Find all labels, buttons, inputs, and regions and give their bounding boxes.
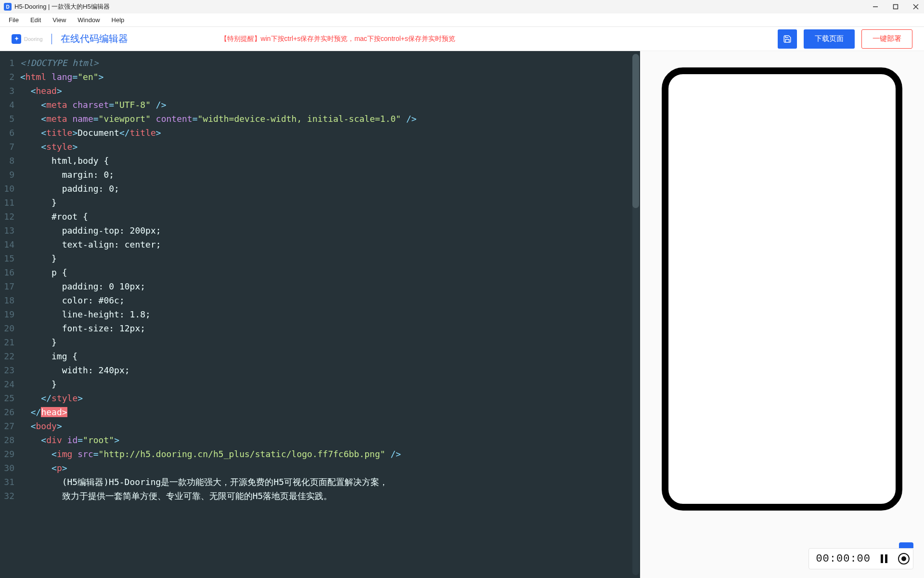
logo-icon: ✦: [12, 34, 21, 44]
maximize-button[interactable]: [891, 2, 900, 11]
floating-tab[interactable]: [899, 542, 913, 548]
download-button[interactable]: 下载页面: [804, 29, 855, 49]
deploy-button[interactable]: 一键部署: [861, 29, 912, 49]
phone-frame: [662, 67, 902, 511]
menu-help[interactable]: Help: [107, 14, 129, 26]
close-button[interactable]: [911, 2, 920, 11]
menu-window[interactable]: Window: [73, 14, 104, 26]
menu-file[interactable]: File: [4, 14, 24, 26]
pause-button[interactable]: [878, 553, 890, 565]
line-gutter: 1 2 3 4 5 6 7 8 9 10 11 12 13 14 15 16 1…: [0, 51, 18, 503]
menu-view[interactable]: View: [48, 14, 71, 26]
code-editor[interactable]: 1 2 3 4 5 6 7 8 9 10 11 12 13 14 15 16 1…: [0, 51, 640, 578]
page-title: 在线代码编辑器: [61, 32, 128, 45]
scrollbar-thumb[interactable]: [632, 54, 639, 208]
svg-rect-5: [885, 554, 887, 563]
save-hint: 【特别提醒】win下按ctrl+s保存并实时预览，mac下按control+s保…: [220, 35, 456, 43]
svg-point-7: [901, 556, 906, 561]
minimize-button[interactable]: [871, 2, 880, 11]
logo: ✦ Dooring: [12, 34, 43, 44]
code-content[interactable]: <!DOCTYPE html> <html lang="en"> <head> …: [18, 51, 640, 503]
window-title: H5-Dooring | 一款强大的H5编辑器: [14, 2, 110, 11]
logo-text: Dooring: [24, 36, 43, 42]
svg-rect-4: [881, 554, 883, 563]
stop-record-button[interactable]: [898, 552, 910, 565]
app-icon: D: [4, 3, 12, 11]
save-button[interactable]: [778, 29, 797, 49]
svg-rect-1: [894, 5, 898, 9]
recorder-timer: 00:00:00: [816, 553, 871, 565]
app-toolbar: ✦ Dooring 在线代码编辑器 【特别提醒】win下按ctrl+s保存并实时…: [0, 27, 924, 51]
main-split: 1 2 3 4 5 6 7 8 9 10 11 12 13 14 15 16 1…: [0, 51, 924, 578]
window-titlebar: D H5-Dooring | 一款强大的H5编辑器: [0, 0, 924, 13]
preview-pane: [640, 51, 924, 578]
save-icon: [783, 35, 792, 43]
editor-scrollbar[interactable]: [632, 54, 639, 575]
menubar: File Edit View Window Help: [0, 13, 924, 27]
divider: [51, 34, 52, 44]
menu-edit[interactable]: Edit: [26, 14, 46, 26]
recorder-controls: 00:00:00: [808, 548, 913, 569]
